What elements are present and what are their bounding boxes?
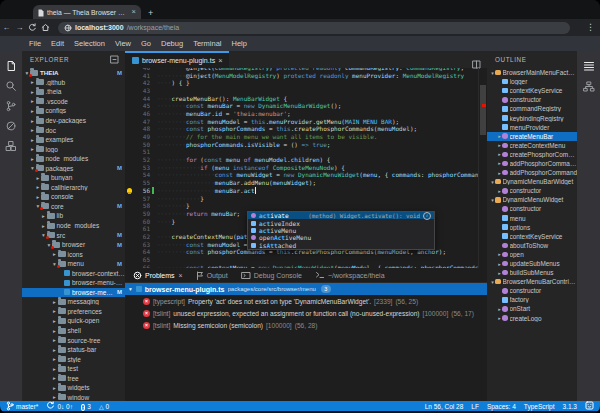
panel-tab-output[interactable]: Output <box>196 271 228 280</box>
outline-item-menu[interactable]: menu <box>487 214 577 223</box>
outline-item-constructor[interactable]: constructor <box>487 286 577 295</box>
problem-marker[interactable]: ×[tslint]Missing semicolon (semicolon)[1… <box>125 319 487 331</box>
site-info-icon[interactable] <box>64 24 72 32</box>
outline-item-addPhosphorCommands[interactable]: ▸addPhosphorCommands <box>487 159 577 168</box>
menu-item-debug[interactable]: Debug <box>156 36 188 51</box>
tree-item-examples[interactable]: ▸examples <box>22 135 125 145</box>
tree-item-icons[interactable]: ▸icons <box>22 249 125 259</box>
tree-item-widgets[interactable]: ▸widgets <box>22 383 125 393</box>
code-editor[interactable]: 40········@inject(CommandRegistry) prote… <box>125 68 487 268</box>
outline-item-onStart[interactable]: ▸onStart <box>487 304 577 313</box>
menu-item-file[interactable]: File <box>24 36 46 51</box>
tree-item-messaging[interactable]: ▸messaging <box>22 297 125 307</box>
suggest-item-activate[interactable]: activate(method) Widget.activate(): void… <box>248 212 434 219</box>
reload-icon[interactable] <box>26 23 39 32</box>
outline-item-BrowserMainMenuFactory[interactable]: ▾BrowserMainMenuFactory <box>487 68 577 77</box>
menu-item-edit[interactable]: Edit <box>46 36 69 51</box>
menu-item-view[interactable]: View <box>110 36 136 51</box>
tree-item-callhierarchy[interactable]: ▸callhierarchy <box>22 183 125 193</box>
tree-item-.github[interactable]: ▸.github <box>22 78 125 88</box>
extensions-icon[interactable] <box>0 136 22 156</box>
outline-item-DynamicMenuBarWidget[interactable]: ▾DynamicMenuBarWidget <box>487 177 577 186</box>
tree-item-browser-context-menu-renderer.ts[interactable]: browser-context-menu-renderer.ts <box>22 268 125 278</box>
status-item-warning-icon[interactable]: △0 <box>99 403 109 410</box>
tree-item-packages[interactable]: ▾packagesM <box>22 163 125 173</box>
outline-item-createLogo[interactable]: ▸createLogo <box>487 314 577 323</box>
outline-item-contextKeyService[interactable]: contextKeyService <box>487 232 577 241</box>
problems-file-group[interactable]: ▾ browser-menu-plugin.ts packages/core/s… <box>125 283 487 295</box>
tree-item-lib[interactable]: ▸lib <box>22 211 125 221</box>
outline-item-open[interactable]: ▸open <box>487 250 577 259</box>
tree-item-dev-packages[interactable]: ▸dev-packages <box>22 116 125 126</box>
menu-item-terminal[interactable]: Terminal <box>188 36 226 51</box>
tab-close-icon[interactable]: × <box>132 8 136 16</box>
new-tab-button[interactable]: + <box>148 8 153 18</box>
tree-item-src[interactable]: ▾srcM <box>22 230 125 240</box>
tree-item-browser[interactable]: ▾browserM <box>22 240 125 250</box>
tree-item-test[interactable]: ▸test <box>22 364 125 374</box>
panel-tab-problems[interactable]: Problems× <box>133 271 183 280</box>
outline-item-menuProvider[interactable]: menuProvider <box>487 123 577 132</box>
suggest-item-activeMenu[interactable]: activeMenu <box>248 227 434 234</box>
files-icon[interactable] <box>0 56 22 76</box>
tree-item-node_modules[interactable]: ▸node_modules <box>22 154 125 164</box>
outline-item-createPhosphorCommands[interactable]: ▸createPhosphorCommands <box>487 150 577 159</box>
status-item-feedback-icon[interactable] <box>585 401 594 411</box>
outline-item-constructor[interactable]: constructor <box>487 95 577 104</box>
tab-close-icon[interactable]: × <box>218 56 222 65</box>
problem-marker[interactable]: ×[tslint]unused expression, expected an … <box>125 307 487 319</box>
suggest-item-openActiveMenu[interactable]: openActiveMenu <box>248 234 434 241</box>
panel-tab-debug-console[interactable]: Debug Console <box>241 271 302 280</box>
outline-item-updateSubMenus[interactable]: ▸updateSubMenus <box>487 259 577 268</box>
tree-item-core[interactable]: ▾coreM <box>22 202 125 212</box>
status-item[interactable]: Ln 56, Col 28 <box>425 403 464 410</box>
outline-item-DynamicMenuWidget[interactable]: ▾DynamicMenuWidget <box>487 195 577 204</box>
scrollbar-thumb[interactable] <box>480 85 486 135</box>
outline-item-contextKeyService[interactable]: contextKeyService <box>487 86 577 95</box>
menu-item-help[interactable]: Help <box>226 36 251 51</box>
status-item[interactable]: 3.1.3 <box>563 403 577 410</box>
collapse-all-icon[interactable] <box>110 55 119 64</box>
tree-item-menu[interactable]: ▾menuM <box>22 259 125 269</box>
outline-item-options[interactable]: options <box>487 223 577 232</box>
tree-item-bunyan[interactable]: ▸bunyan <box>22 173 125 183</box>
outline-item-constructor[interactable]: constructor <box>487 204 577 213</box>
outline-item-constructor[interactable]: ▸constructor <box>487 186 577 195</box>
tree-item-doc[interactable]: ▸doc <box>22 125 125 135</box>
tree-item-THEIA[interactable]: ▾THEIAM <box>22 68 125 78</box>
tree-item-preferences[interactable]: ▸preferences <box>22 307 125 317</box>
outline-item-commandRegistry[interactable]: commandRegistry <box>487 104 577 113</box>
problem-marker[interactable]: ×[typescript]Property 'act' does not exi… <box>125 295 487 307</box>
browser-tab[interactable]: theia — Theia Browser Example × <box>33 5 141 19</box>
search-icon[interactable] <box>0 76 22 96</box>
tree-item-source-tree[interactable]: ▸source-tree <box>22 335 125 345</box>
tree-item-browser-menu-module.ts[interactable]: browser-menu-module.ts <box>22 278 125 288</box>
outline-item-buildSubMenus[interactable]: ▸buildSubMenus <box>487 268 577 277</box>
status-item[interactable]: Spaces: 4 <box>487 403 516 410</box>
status-item[interactable]: TypeScript <box>524 403 555 410</box>
suggest-item-activeIndex[interactable]: activeIndex <box>248 219 434 226</box>
menu-item-selection[interactable]: Selection <box>69 36 110 51</box>
tree-item-status-bar[interactable]: ▸status-bar <box>22 345 125 355</box>
tree-item-style[interactable]: ▸style <box>22 354 125 364</box>
outline-icon[interactable] <box>578 56 600 76</box>
status-item-sync-icon[interactable]: 0↓ 0↑ <box>46 401 73 411</box>
status-item-error-icon[interactable]: ×3 <box>81 403 91 410</box>
source-control-icon[interactable] <box>0 96 22 116</box>
tree-item-.vscode[interactable]: ▸.vscode <box>22 97 125 107</box>
status-item[interactable]: LF <box>471 403 479 410</box>
url-bar[interactable]: localhost:3000/workspace/theia <box>58 22 570 34</box>
lightbulb-icon[interactable] <box>127 188 132 193</box>
home-icon[interactable] <box>39 23 52 32</box>
tree-item-configs[interactable]: ▸configs <box>22 106 125 116</box>
tree-item-tree[interactable]: ▸tree <box>22 374 125 384</box>
editor-scrollbar[interactable] <box>478 68 487 268</box>
debug-icon[interactable] <box>0 116 22 136</box>
menu-item-go[interactable]: Go <box>136 36 156 51</box>
tree-item-browser-menu-plugin.ts[interactable]: browser-menu-plugin.tsM <box>22 288 125 298</box>
status-item-git-branch-icon[interactable]: master* <box>6 401 38 412</box>
outline-item-createMenuBar[interactable]: ▸createMenuBar <box>487 132 577 141</box>
outline-item-logger[interactable]: logger <box>487 77 577 86</box>
call-hierarchy-icon[interactable] <box>578 76 600 96</box>
outline-item-factory[interactable]: factory <box>487 295 577 304</box>
